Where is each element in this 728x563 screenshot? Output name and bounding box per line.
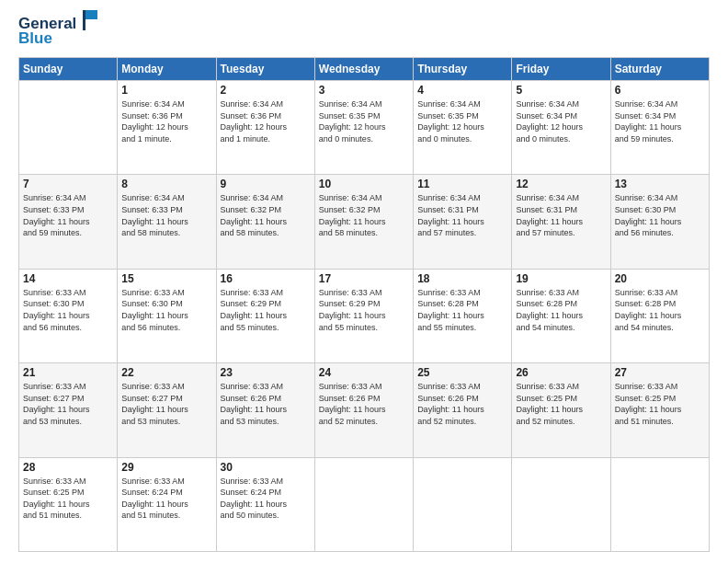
day-cell: 3Sunrise: 6:34 AM Sunset: 6:35 PM Daylig… <box>314 81 413 175</box>
day-cell: 28Sunrise: 6:33 AM Sunset: 6:25 PM Dayli… <box>19 457 118 551</box>
day-info: Sunrise: 6:33 AM Sunset: 6:27 PM Dayligh… <box>23 381 113 427</box>
day-cell: 11Sunrise: 6:34 AM Sunset: 6:31 PM Dayli… <box>414 175 512 269</box>
weekday-header-tuesday: Tuesday <box>216 58 314 81</box>
day-cell: 13Sunrise: 6:34 AM Sunset: 6:30 PM Dayli… <box>610 175 709 269</box>
day-number: 11 <box>417 178 507 190</box>
day-cell: 25Sunrise: 6:33 AM Sunset: 6:26 PM Dayli… <box>414 363 512 457</box>
day-number: 17 <box>319 272 409 285</box>
day-cell <box>512 457 610 551</box>
weekday-header-monday: Monday <box>118 58 216 81</box>
week-row-4: 21Sunrise: 6:33 AM Sunset: 6:27 PM Dayli… <box>19 363 710 457</box>
day-info: Sunrise: 6:34 AM Sunset: 6:35 PM Dayligh… <box>319 98 409 144</box>
day-cell: 14Sunrise: 6:33 AM Sunset: 6:30 PM Dayli… <box>19 269 118 362</box>
day-number: 5 <box>516 84 606 97</box>
day-info: Sunrise: 6:33 AM Sunset: 6:24 PM Dayligh… <box>121 476 211 522</box>
day-number: 7 <box>23 178 113 190</box>
day-cell: 22Sunrise: 6:33 AM Sunset: 6:27 PM Dayli… <box>118 363 216 457</box>
page: General Blue SundayMondayTuesdayWednesda… <box>0 0 728 563</box>
day-number: 20 <box>615 272 705 285</box>
day-info: Sunrise: 6:33 AM Sunset: 6:28 PM Dayligh… <box>417 287 507 333</box>
weekday-header-thursday: Thursday <box>414 58 512 81</box>
day-number: 1 <box>121 84 211 97</box>
day-number: 12 <box>516 178 606 190</box>
day-info: Sunrise: 6:33 AM Sunset: 6:30 PM Dayligh… <box>23 287 113 333</box>
day-cell <box>19 81 118 175</box>
day-number: 4 <box>417 84 507 97</box>
day-number: 25 <box>417 366 507 379</box>
day-info: Sunrise: 6:33 AM Sunset: 6:25 PM Dayligh… <box>516 381 606 427</box>
day-number: 6 <box>615 84 705 97</box>
day-info: Sunrise: 6:33 AM Sunset: 6:26 PM Dayligh… <box>319 381 409 427</box>
day-number: 27 <box>615 366 705 379</box>
day-number: 18 <box>417 272 507 285</box>
day-number: 3 <box>319 84 409 97</box>
day-cell: 9Sunrise: 6:34 AM Sunset: 6:32 PM Daylig… <box>216 175 314 269</box>
day-cell: 1Sunrise: 6:34 AM Sunset: 6:36 PM Daylig… <box>118 81 216 175</box>
day-info: Sunrise: 6:33 AM Sunset: 6:28 PM Dayligh… <box>615 287 705 333</box>
day-number: 21 <box>23 366 113 379</box>
day-cell: 21Sunrise: 6:33 AM Sunset: 6:27 PM Dayli… <box>19 363 118 457</box>
day-info: Sunrise: 6:33 AM Sunset: 6:24 PM Dayligh… <box>221 476 311 522</box>
day-cell: 20Sunrise: 6:33 AM Sunset: 6:28 PM Dayli… <box>610 269 709 362</box>
weekday-header-row: SundayMondayTuesdayWednesdayThursdayFrid… <box>19 58 710 81</box>
week-row-3: 14Sunrise: 6:33 AM Sunset: 6:30 PM Dayli… <box>19 269 710 362</box>
weekday-header-wednesday: Wednesday <box>314 58 413 81</box>
day-cell: 4Sunrise: 6:34 AM Sunset: 6:35 PM Daylig… <box>414 81 512 175</box>
logo-wordmark: General Blue <box>18 15 99 48</box>
day-info: Sunrise: 6:33 AM Sunset: 6:30 PM Dayligh… <box>121 287 211 333</box>
day-info: Sunrise: 6:34 AM Sunset: 6:34 PM Dayligh… <box>516 98 606 144</box>
day-cell: 29Sunrise: 6:33 AM Sunset: 6:24 PM Dayli… <box>118 457 216 551</box>
day-number: 19 <box>516 272 606 285</box>
day-number: 13 <box>615 178 705 190</box>
day-number: 2 <box>221 84 311 97</box>
weekday-header-saturday: Saturday <box>610 58 709 81</box>
day-info: Sunrise: 6:33 AM Sunset: 6:26 PM Dayligh… <box>221 381 311 427</box>
day-info: Sunrise: 6:34 AM Sunset: 6:31 PM Dayligh… <box>516 192 606 238</box>
calendar-body: 1Sunrise: 6:34 AM Sunset: 6:36 PM Daylig… <box>19 81 710 552</box>
day-info: Sunrise: 6:34 AM Sunset: 6:30 PM Dayligh… <box>615 192 705 238</box>
day-cell: 12Sunrise: 6:34 AM Sunset: 6:31 PM Dayli… <box>512 175 610 269</box>
day-cell: 19Sunrise: 6:33 AM Sunset: 6:28 PM Dayli… <box>512 269 610 362</box>
day-cell: 7Sunrise: 6:34 AM Sunset: 6:33 PM Daylig… <box>19 175 118 269</box>
day-cell: 18Sunrise: 6:33 AM Sunset: 6:28 PM Dayli… <box>414 269 512 362</box>
day-info: Sunrise: 6:34 AM Sunset: 6:33 PM Dayligh… <box>23 192 113 238</box>
day-number: 30 <box>221 461 311 474</box>
day-info: Sunrise: 6:33 AM Sunset: 6:25 PM Dayligh… <box>23 476 113 522</box>
logo: General Blue <box>18 15 99 48</box>
header: General Blue <box>18 15 710 48</box>
day-info: Sunrise: 6:33 AM Sunset: 6:29 PM Dayligh… <box>319 287 409 333</box>
day-info: Sunrise: 6:34 AM Sunset: 6:31 PM Dayligh… <box>417 192 507 238</box>
day-info: Sunrise: 6:34 AM Sunset: 6:34 PM Dayligh… <box>615 98 705 144</box>
day-info: Sunrise: 6:33 AM Sunset: 6:25 PM Dayligh… <box>615 381 705 427</box>
day-cell <box>414 457 512 551</box>
day-info: Sunrise: 6:33 AM Sunset: 6:29 PM Dayligh… <box>221 287 311 333</box>
day-info: Sunrise: 6:34 AM Sunset: 6:32 PM Dayligh… <box>221 192 311 238</box>
day-number: 16 <box>221 272 311 285</box>
day-number: 8 <box>121 178 211 190</box>
day-cell: 17Sunrise: 6:33 AM Sunset: 6:29 PM Dayli… <box>314 269 413 362</box>
logo-flag-icon <box>79 10 99 30</box>
day-number: 29 <box>121 461 211 474</box>
day-number: 15 <box>121 272 211 285</box>
day-info: Sunrise: 6:33 AM Sunset: 6:28 PM Dayligh… <box>516 287 606 333</box>
weekday-header-friday: Friday <box>512 58 610 81</box>
svg-marker-0 <box>85 10 97 19</box>
day-info: Sunrise: 6:33 AM Sunset: 6:26 PM Dayligh… <box>417 381 507 427</box>
day-info: Sunrise: 6:34 AM Sunset: 6:32 PM Dayligh… <box>319 192 409 238</box>
day-cell <box>610 457 709 551</box>
day-number: 10 <box>319 178 409 190</box>
day-info: Sunrise: 6:33 AM Sunset: 6:27 PM Dayligh… <box>121 381 211 427</box>
day-number: 23 <box>221 366 311 379</box>
day-number: 9 <box>221 178 311 190</box>
day-cell <box>314 457 413 551</box>
day-number: 14 <box>23 272 113 285</box>
day-info: Sunrise: 6:34 AM Sunset: 6:33 PM Dayligh… <box>121 192 211 238</box>
week-row-1: 1Sunrise: 6:34 AM Sunset: 6:36 PM Daylig… <box>19 81 710 175</box>
day-number: 26 <box>516 366 606 379</box>
day-cell: 23Sunrise: 6:33 AM Sunset: 6:26 PM Dayli… <box>216 363 314 457</box>
calendar-table: SundayMondayTuesdayWednesdayThursdayFrid… <box>18 57 710 552</box>
day-info: Sunrise: 6:34 AM Sunset: 6:36 PM Dayligh… <box>221 98 311 144</box>
day-cell: 6Sunrise: 6:34 AM Sunset: 6:34 PM Daylig… <box>610 81 709 175</box>
week-row-2: 7Sunrise: 6:34 AM Sunset: 6:33 PM Daylig… <box>19 175 710 269</box>
day-cell: 24Sunrise: 6:33 AM Sunset: 6:26 PM Dayli… <box>314 363 413 457</box>
